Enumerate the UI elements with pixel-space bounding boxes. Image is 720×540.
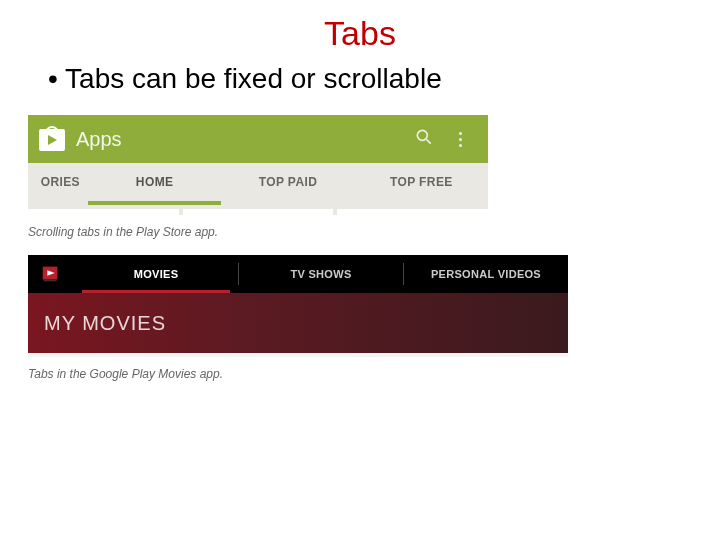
tab-personal-videos[interactable]: PERSONAL VIDEOS bbox=[404, 255, 568, 293]
svg-line-2 bbox=[427, 140, 431, 144]
slide-title: Tabs bbox=[0, 14, 720, 53]
tab-top-paid[interactable]: TOP PAID bbox=[221, 163, 354, 205]
movies-divider bbox=[28, 353, 568, 357]
movies-caption: Tabs in the Google Play Movies app. bbox=[28, 367, 720, 381]
playstore-screenshot: Apps ORIES HOME TOP PAID TOP FREE bbox=[28, 115, 488, 215]
playstore-tabs: ORIES HOME TOP PAID TOP FREE bbox=[28, 163, 488, 205]
bullet-text: Tabs can be fixed or scrollable bbox=[48, 63, 720, 95]
tab-categories-partial[interactable]: ORIES bbox=[28, 163, 88, 205]
search-icon[interactable] bbox=[406, 127, 442, 151]
playstore-section-title: Apps bbox=[76, 128, 406, 151]
svg-point-1 bbox=[417, 130, 427, 140]
playstore-caption: Scrolling tabs in the Play Store app. bbox=[28, 225, 720, 239]
tab-home[interactable]: HOME bbox=[88, 163, 221, 205]
movies-content-header: MY MOVIES bbox=[28, 293, 568, 353]
tab-top-free[interactable]: TOP FREE bbox=[355, 163, 488, 205]
svg-rect-5 bbox=[44, 280, 57, 282]
tab-tv-shows[interactable]: TV SHOWS bbox=[239, 255, 403, 293]
svg-marker-0 bbox=[48, 135, 57, 145]
play-store-icon bbox=[38, 125, 66, 153]
movies-tabs: MOVIES TV SHOWS PERSONAL VIDEOS bbox=[28, 255, 568, 293]
playstore-content-peek bbox=[28, 205, 488, 215]
play-movies-icon bbox=[28, 255, 74, 293]
overflow-menu-icon[interactable] bbox=[442, 132, 478, 147]
movies-section-heading: MY MOVIES bbox=[44, 312, 166, 335]
playstore-actionbar: Apps bbox=[28, 115, 488, 163]
movies-screenshot: MOVIES TV SHOWS PERSONAL VIDEOS MY MOVIE… bbox=[28, 255, 568, 357]
tab-movies[interactable]: MOVIES bbox=[74, 255, 238, 293]
